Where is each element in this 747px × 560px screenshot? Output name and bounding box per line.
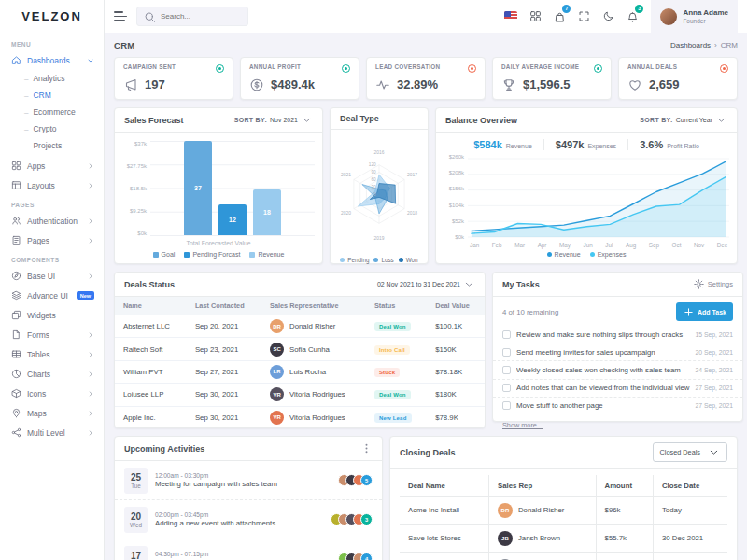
deals-status-title: Deals Status [124, 280, 175, 289]
chevron-right-icon [87, 237, 94, 245]
deals-status-date-filter[interactable]: 02 Nov 2021 to 31 Dec 2021 [377, 278, 475, 290]
search-input[interactable] [161, 12, 245, 21]
table-row[interactable]: Save lots StoresJBJansh Brown$55.7k30 De… [400, 525, 727, 553]
stat-card-daily-average-income: DAILY AVERAGE INCOME$1,596.5 [492, 57, 612, 100]
user-role: Founder [683, 18, 728, 24]
bar-revenue[interactable]: 18 [253, 189, 281, 235]
legend-item: Expenses [590, 251, 627, 258]
widgets-icon [11, 310, 21, 320]
table-row[interactable]: Raitech SoftSep 23, 2021SCSofia CunhaInt… [115, 338, 485, 360]
sidebar-item-widgets[interactable]: Widgets [0, 305, 104, 325]
sidebar-item-dashboards[interactable]: Dashboards [0, 50, 104, 70]
table-row[interactable]: Loiusee LLPSep 30, 2021VRVitoria Rodrigu… [115, 384, 485, 406]
more-options-icon[interactable] [360, 442, 373, 455]
status-badge: New Lead [374, 413, 412, 423]
sidebar-item-apps[interactable]: Apps [0, 156, 104, 175]
new-badge: New [77, 291, 94, 300]
sidebar-item-tables[interactable]: Tables [0, 344, 104, 364]
add-task-button[interactable]: Add Task [676, 302, 733, 321]
balance-overview-title: Balance Overview [445, 116, 517, 125]
tasks-settings-button[interactable]: Settings [693, 278, 733, 290]
table-row[interactable]: Apple Inc.Sep 30, 2021VRVitoria Rodrigue… [115, 406, 485, 428]
heart-icon [627, 76, 642, 92]
sidebar-item-ecommerce[interactable]: –Ecommerce [0, 104, 104, 120]
bar-goal[interactable]: 37 [184, 141, 212, 235]
task-checkbox[interactable] [502, 401, 511, 410]
sidebar: VELZON MENUDashboards–Analytics–CRM–Ecom… [0, 0, 105, 560]
layers-icon [11, 290, 21, 301]
revenue-metric: $584k [473, 139, 502, 150]
sidebar-item-projects[interactable]: –Projects [0, 137, 104, 154]
sidebar-item-advance-ui[interactable]: Advance UINew [0, 286, 104, 305]
svg-text:90: 90 [371, 170, 376, 175]
sidebar-item-base-ui[interactable]: Base UI [0, 266, 104, 286]
tasks-remaining: 4 of 10 remaining [502, 308, 558, 316]
y-axis-labels: $260k$208k$156k$104k$52k$0k [444, 154, 468, 240]
stat-value: 197 [145, 77, 165, 91]
sidebar-item-charts[interactable]: Charts [0, 364, 104, 384]
activity-title: Meeting for campaign with sales team [155, 480, 335, 488]
hamburger-menu-icon[interactable] [114, 11, 127, 21]
notifications-button[interactable]: 3 [627, 8, 639, 25]
closed-deals-select[interactable]: Closed Deals [653, 442, 727, 462]
breadcrumb-dashboards[interactable]: Dashboards [670, 41, 711, 49]
bars-area: 371218 [150, 141, 315, 236]
sidebar-item-authentication[interactable]: Authentication [0, 211, 104, 231]
sidebar-item-maps[interactable]: Maps [0, 403, 104, 423]
deal-name: Raitech Soft [115, 338, 187, 360]
sales-rep: VRVitoria Rodrigues [261, 384, 366, 406]
chevron-right-icon [87, 390, 94, 398]
sidebar-item-icons[interactable]: Icons [0, 384, 104, 403]
task-checkbox[interactable] [502, 384, 511, 392]
apps-icon[interactable] [529, 10, 542, 22]
bar-pending-forcast[interactable]: 12 [218, 204, 247, 235]
sidebar-section-label: PAGES [0, 195, 104, 211]
activity-item[interactable]: 20Wed02:00pm - 03:45pmAdding a new event… [115, 500, 382, 539]
activity-item[interactable]: 25Tue12:00am - 03:30pmMeeting for campai… [115, 461, 382, 500]
dark-mode-icon[interactable] [602, 10, 614, 22]
dash-icon: – [24, 125, 28, 133]
sidebar-item-forms[interactable]: Forms [0, 325, 104, 344]
table-row[interactable]: Acme Inc InstallDRDonald Risher$96kToday [400, 497, 727, 525]
sales-rep: VRVitoria Rodrigues [261, 406, 366, 428]
show-more-link[interactable]: Show more... [493, 419, 552, 431]
table-row[interactable]: Absternet LLCSep 20, 2021DRDonald Risher… [115, 315, 485, 338]
sidebar-item-analytics[interactable]: –Analytics [0, 70, 104, 87]
sidebar-item-crm[interactable]: –CRM [0, 87, 104, 104]
search-box[interactable] [136, 7, 248, 26]
avatar-group: 5 [343, 474, 373, 486]
user-menu[interactable]: Anna Adame Founder [651, 0, 738, 33]
sidebar-item-multi-level[interactable]: Multi Level [0, 423, 104, 442]
sidebar-item-pages[interactable]: Pages [0, 231, 104, 250]
table-row[interactable]: William PVTAHAyaan Hudda$102k25 Nov 2021 [400, 553, 727, 560]
balance-overview-sort[interactable]: SORT BY: Current Year [640, 114, 727, 126]
task-checkbox[interactable] [502, 330, 511, 339]
x-axis-labels: JanFebMarAprMayJunJulAugSepOctNovDec [444, 240, 729, 248]
sidebar-item-layouts[interactable]: Layouts [0, 175, 104, 195]
table-row[interactable]: William PVTSep 27, 2021LRLuis RochaStuck… [115, 360, 485, 383]
closing-deals-title: Closing Deals [400, 448, 456, 457]
sales-forecast-sort[interactable]: SORT BY: Nov 2021 [234, 114, 313, 126]
language-flag-icon[interactable] [504, 11, 517, 21]
chevron-right-icon [87, 371, 94, 378]
chevron-down-icon [463, 278, 475, 290]
fullscreen-icon[interactable] [578, 10, 590, 22]
radar-chart: 1209060300201620172018201920202021 [338, 134, 420, 254]
task-checkbox[interactable] [502, 348, 511, 357]
brand-logo[interactable]: VELZON [0, 0, 104, 33]
last-contacted: Sep 30, 2021 [187, 406, 261, 428]
chevron-right-icon [87, 182, 94, 189]
cart-button[interactable]: 7 [554, 8, 566, 25]
sidebar-section-label: COMPONENTS [0, 250, 104, 266]
task-checkbox[interactable] [502, 366, 511, 374]
balance-overview-card: Balance Overview SORT BY: Current Year $… [435, 107, 738, 264]
sidebar-item-crypto[interactable]: –Crypto [0, 120, 104, 137]
charts-row: Sales Forecast SORT BY: Nov 2021 $37k$27… [114, 107, 738, 264]
deals-status-card: Deals Status 02 Nov 2021 to 31 Dec 2021 … [114, 272, 486, 428]
deal-value: $180K [427, 384, 485, 406]
activity-item[interactable]: 17Wed04:30pm - 07:15pmCreate new project… [115, 539, 382, 560]
activity-date: 17Wed [124, 546, 148, 560]
status-badge: Intro Call [374, 345, 410, 355]
activity-time: 02:00pm - 03:45pm [155, 511, 328, 518]
crm-dashboard: VELZON MENUDashboards–Analytics–CRM–Ecom… [0, 0, 747, 560]
